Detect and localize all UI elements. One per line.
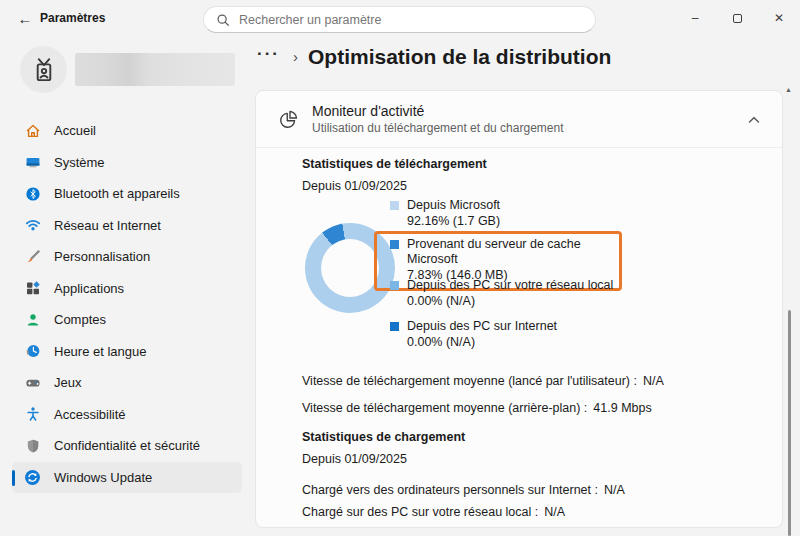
legend-swatch [390,201,399,210]
avg-speed-user-line: Vitesse de téléchargement moyenne (lancé… [302,373,762,389]
stat-label: Chargé sur des PC sur votre réseau local… [302,505,538,519]
sidebar-nav: Accueil Système Bluetooth et appareils R… [0,115,254,493]
sidebar-item-systeme[interactable]: Système [12,147,242,179]
avatar [20,46,67,93]
sidebar-item-applications[interactable]: Applications [12,273,242,305]
stat-label: Vitesse de téléchargement moyenne (arriè… [302,401,587,415]
bluetooth-icon [24,185,41,202]
search-placeholder: Rechercher un paramètre [239,13,381,27]
legend-swatch [390,322,399,331]
download-since: Depuis 01/09/2025 [302,179,762,193]
stat-label: Vitesse de téléchargement moyenne (lancé… [302,374,637,388]
sidebar-item-accueil[interactable]: Accueil [12,115,242,147]
legend-value: 0.00% (N/A) [407,335,557,350]
stat-value: N/A [604,483,625,497]
home-icon [24,122,41,139]
legend-value: 92.16% (1.7 GB) [407,214,500,229]
sidebar-item-label: Système [54,155,105,170]
sidebar-item-reseau[interactable]: Réseau et Internet [12,210,242,242]
sidebar-item-label: Réseau et Internet [54,218,161,233]
sidebar-item-label: Accueil [54,123,96,138]
sidebar-item-jeux[interactable]: Jeux [12,367,242,399]
sidebar-item-label: Bluetooth et appareils [54,186,180,201]
card-title: Moniteur d'activité [312,103,563,119]
sidebar-item-label: Accessibilité [54,407,126,422]
sidebar-item-accessibilite[interactable]: Accessibilité [12,399,242,431]
sidebar-item-label: Personnalisation [54,249,150,264]
legend-item-microsoft: Depuis Microsoft 92.16% (1.7 GB) [374,198,500,229]
windows-update-icon [24,469,41,486]
legend-item-local-network: Depuis des PC sur votre réseau local 0.0… [374,278,613,309]
stat-value: N/A [643,374,664,388]
legend-label: Provenant du serveur de cache Microsoft [407,237,611,267]
avg-speed-background-line: Vitesse de téléchargement moyenne (arriè… [302,400,762,416]
selected-accent-bar [12,470,15,486]
scrollbar-thumb[interactable] [788,310,791,536]
close-button[interactable]: ✕ [758,0,800,36]
sidebar-item-confidentialite[interactable]: Confidentialité et sécurité [12,430,242,462]
main-content: ··· › Optimisation de la distribution Mo… [254,36,800,536]
chevron-right-icon: › [293,48,298,67]
sidebar-item-label: Jeux [54,375,81,390]
sidebar-item-comptes[interactable]: Comptes [12,304,242,336]
legend-value: 0.00% (N/A) [407,294,613,309]
legend-swatch [390,281,399,290]
page-header: ··· › Optimisation de la distribution [257,44,611,70]
back-button[interactable]: ← [10,4,40,32]
sidebar-item-bluetooth[interactable]: Bluetooth et appareils [12,178,242,210]
search-icon [216,13,230,27]
legend-label: Depuis Microsoft [407,198,500,213]
brush-icon [24,248,41,265]
stat-value: 41.9 Mbps [593,401,651,415]
activity-monitor-header[interactable]: Moniteur d'activité Utilisation du téléc… [256,91,782,148]
chevron-up-icon[interactable] [742,106,766,132]
sidebar-item-label: Applications [54,281,124,296]
sidebar-item-label: Heure et langue [54,344,147,359]
legend-item-internet-pcs: Depuis des PC sur Internet 0.00% (N/A) [374,319,557,350]
sidebar-item-label: Windows Update [54,470,152,485]
id-badge-icon [30,56,58,84]
search-input[interactable]: Rechercher un paramètre [203,6,596,33]
card-body: Statistiques de téléchargement Depuis 01… [256,148,782,520]
system-icon [24,154,41,171]
user-account-row[interactable] [20,46,235,93]
page-title: Optimisation de la distribution [308,45,611,69]
stat-value: N/A [544,505,565,519]
app-title: Paramètres [40,11,105,25]
upload-since: Depuis 01/09/2025 [302,452,762,466]
download-chart-area: Depuis Microsoft 92.16% (1.7 GB) Provena… [302,196,762,362]
sidebar-item-label: Comptes [54,312,106,327]
card-subtitle: Utilisation du téléchargement et du char… [312,121,563,135]
download-stats-heading: Statistiques de téléchargement [302,157,762,171]
person-icon [24,311,41,328]
uploaded-local-line: Chargé sur des PC sur votre réseau local… [302,504,762,520]
donut-hole [321,239,379,297]
accessibility-icon [24,406,41,423]
stat-label: Chargé vers des ordinateurs personnels s… [302,483,598,497]
uploaded-internet-line: Chargé vers des ordinateurs personnels s… [302,482,762,498]
breadcrumb-overflow-button[interactable]: ··· [257,44,283,70]
legend-swatch [390,240,399,249]
pie-chart-icon [278,109,299,130]
sidebar-item-windows-update[interactable]: Windows Update [12,462,242,494]
titlebar: ← Paramètres Rechercher un paramètre – ✕ [0,0,800,36]
upload-stats-heading: Statistiques de chargement [302,430,762,444]
gamepad-icon [24,374,41,391]
sidebar-item-label: Confidentialité et sécurité [54,438,200,453]
window-controls: – ✕ [674,0,800,36]
clock-icon [24,343,41,360]
sidebar: Accueil Système Bluetooth et appareils R… [0,36,254,536]
maximize-button[interactable] [716,0,758,36]
legend-label: Depuis des PC sur votre réseau local [407,278,613,293]
activity-monitor-card: Moniteur d'activité Utilisation du téléc… [255,90,783,528]
sidebar-item-heure-langue[interactable]: Heure et langue [12,336,242,368]
minimize-button[interactable]: – [674,0,716,36]
apps-icon [24,280,41,297]
settings-window: ← Paramètres Rechercher un paramètre – ✕ [0,0,800,536]
restore-icon [733,14,742,23]
sidebar-item-personnalisation[interactable]: Personnalisation [12,241,242,273]
shield-icon [24,437,41,454]
scrollbar-up-arrow[interactable]: ▲ [785,86,792,93]
user-name-redacted [75,53,235,86]
legend-label: Depuis des PC sur Internet [407,319,557,334]
